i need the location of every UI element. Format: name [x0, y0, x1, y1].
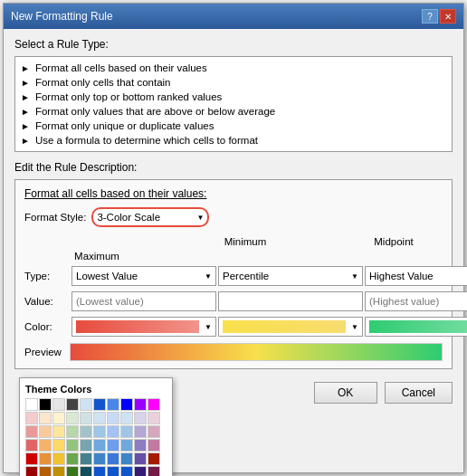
help-button[interactable]: ?	[422, 9, 438, 24]
theme-color-cell-8[interactable]	[134, 398, 147, 411]
rule-item-1[interactable]: ► Format all cells based on their values	[21, 61, 446, 75]
theme-color-cell-1[interactable]	[39, 398, 52, 411]
rule-item-5[interactable]: ► Format only unique or duplicate values	[21, 119, 446, 133]
rule-item-3[interactable]: ► Format only top or bottom ranked value…	[21, 90, 446, 104]
theme-color-cell-2[interactable]	[52, 398, 65, 411]
theme-color-cell-34[interactable]	[80, 439, 92, 452]
cancel-button[interactable]: Cancel	[385, 382, 453, 404]
dialog-body: Select a Rule Type: ► Format all cells b…	[4, 29, 463, 413]
theme-color-cell-57[interactable]	[120, 466, 133, 476]
theme-color-cell-4[interactable]	[80, 398, 92, 411]
theme-color-cell-13[interactable]	[66, 412, 79, 424]
theme-color-cell-10[interactable]	[25, 412, 38, 424]
theme-color-cell-14[interactable]	[80, 412, 92, 424]
theme-color-cell-53[interactable]	[66, 466, 79, 476]
arrow-icon-1: ►	[21, 63, 30, 73]
theme-color-cell-27[interactable]	[120, 425, 133, 438]
theme-color-cell-47[interactable]	[120, 452, 133, 465]
theme-color-cell-52[interactable]	[52, 466, 65, 476]
theme-color-cell-40[interactable]	[25, 452, 38, 465]
theme-color-cell-49[interactable]	[148, 452, 160, 465]
theme-color-cell-12[interactable]	[52, 412, 65, 424]
format-title: Format all cells based on their values:	[24, 187, 443, 200]
theme-color-cell-51[interactable]	[39, 466, 52, 476]
theme-color-cell-36[interactable]	[107, 439, 119, 452]
theme-color-cell-26[interactable]	[107, 425, 119, 438]
theme-color-cell-19[interactable]	[148, 412, 160, 424]
theme-color-cell-29[interactable]	[148, 425, 160, 438]
color-midpoint-select[interactable]: ▼	[218, 317, 363, 337]
theme-color-cell-25[interactable]	[93, 425, 106, 438]
theme-color-cell-18[interactable]	[134, 412, 147, 424]
theme-color-cell-56[interactable]	[107, 466, 119, 476]
theme-color-cell-21[interactable]	[39, 425, 52, 438]
value-maximum-input[interactable]	[365, 291, 467, 311]
theme-color-cell-46[interactable]	[107, 452, 119, 465]
col-header-minimum: Minimum	[173, 236, 318, 247]
theme-color-cell-15[interactable]	[93, 412, 106, 424]
theme-color-cell-3[interactable]	[66, 398, 79, 411]
theme-color-cell-58[interactable]	[134, 466, 147, 476]
color-minimum-select[interactable]: ▼	[71, 317, 216, 337]
theme-color-cell-16[interactable]	[107, 412, 119, 424]
theme-color-cell-43[interactable]	[66, 452, 79, 465]
rule-item-2-label: Format only cells that contain	[35, 77, 171, 88]
theme-color-cell-31[interactable]	[39, 439, 52, 452]
theme-color-cell-45[interactable]	[93, 452, 106, 465]
theme-color-cell-0[interactable]	[25, 398, 38, 411]
theme-color-cell-41[interactable]	[39, 452, 52, 465]
rule-item-2[interactable]: ► Format only cells that contain	[21, 75, 446, 90]
theme-color-cell-38[interactable]	[134, 439, 147, 452]
type-maximum-select[interactable]: Highest Value ▼	[365, 266, 467, 286]
theme-color-cell-22[interactable]	[52, 425, 65, 438]
theme-color-cell-48[interactable]	[134, 452, 147, 465]
type-min-arrow: ▼	[205, 272, 212, 281]
theme-color-cell-7[interactable]	[120, 398, 133, 411]
theme-color-cell-11[interactable]	[39, 412, 52, 424]
color-min-arrow: ▼	[205, 323, 212, 331]
theme-color-cell-55[interactable]	[93, 466, 106, 476]
close-button[interactable]: ✕	[440, 9, 456, 24]
arrow-icon-5: ►	[21, 121, 30, 131]
col-header-maximum: Maximum	[24, 251, 169, 262]
value-midpoint-input[interactable]: 50	[218, 291, 363, 311]
theme-color-cell-37[interactable]	[120, 439, 133, 452]
format-style-value: 3-Color Scale	[97, 212, 160, 223]
theme-color-cell-17[interactable]	[120, 412, 133, 424]
rule-item-4[interactable]: ► Format only values that are above or b…	[21, 104, 446, 119]
theme-color-cell-54[interactable]	[80, 466, 92, 476]
theme-color-cell-20[interactable]	[25, 425, 38, 438]
theme-color-cell-28[interactable]	[134, 425, 147, 438]
value-minimum-input[interactable]	[71, 291, 216, 311]
theme-color-cell-39[interactable]	[148, 439, 160, 452]
theme-color-cell-50[interactable]	[25, 466, 38, 476]
theme-color-cell-33[interactable]	[66, 439, 79, 452]
theme-color-cell-30[interactable]	[25, 439, 38, 452]
type-minimum-value: Lowest Value	[76, 271, 138, 281]
theme-color-cell-5[interactable]	[93, 398, 106, 411]
rule-type-list: ► Format all cells based on their values…	[14, 56, 453, 152]
column-headers: Minimum Midpoint Maximum	[24, 236, 443, 262]
rule-description-section: Format all cells based on their values: …	[14, 179, 453, 369]
theme-color-cell-9[interactable]	[148, 398, 160, 411]
rule-type-label: Select a Rule Type:	[14, 38, 453, 51]
theme-color-cell-24[interactable]	[80, 425, 92, 438]
theme-color-cell-23[interactable]	[66, 425, 79, 438]
arrow-icon-3: ►	[21, 92, 30, 102]
type-mid-arrow: ▼	[351, 272, 358, 281]
ok-button[interactable]: OK	[314, 382, 377, 404]
theme-color-cell-6[interactable]	[107, 398, 119, 411]
theme-color-cell-44[interactable]	[80, 452, 92, 465]
arrow-icon-2: ►	[21, 78, 30, 88]
theme-color-cell-59[interactable]	[148, 466, 160, 476]
type-minimum-select[interactable]: Lowest Value ▼	[71, 266, 216, 286]
format-style-select[interactable]: 3-Color Scale ▼	[91, 207, 209, 227]
rule-item-6[interactable]: ► Use a formula to determine which cells…	[21, 133, 446, 148]
color-picker-popup: Theme Colors Standard Colors More Colors…	[19, 377, 173, 476]
color-maximum-select[interactable]: ▼	[365, 317, 467, 337]
theme-color-cell-42[interactable]	[52, 452, 65, 465]
type-midpoint-select[interactable]: Percentile ▼	[218, 266, 363, 286]
col-header-spacer	[24, 236, 169, 247]
theme-color-cell-35[interactable]	[93, 439, 106, 452]
theme-color-cell-32[interactable]	[52, 439, 65, 452]
